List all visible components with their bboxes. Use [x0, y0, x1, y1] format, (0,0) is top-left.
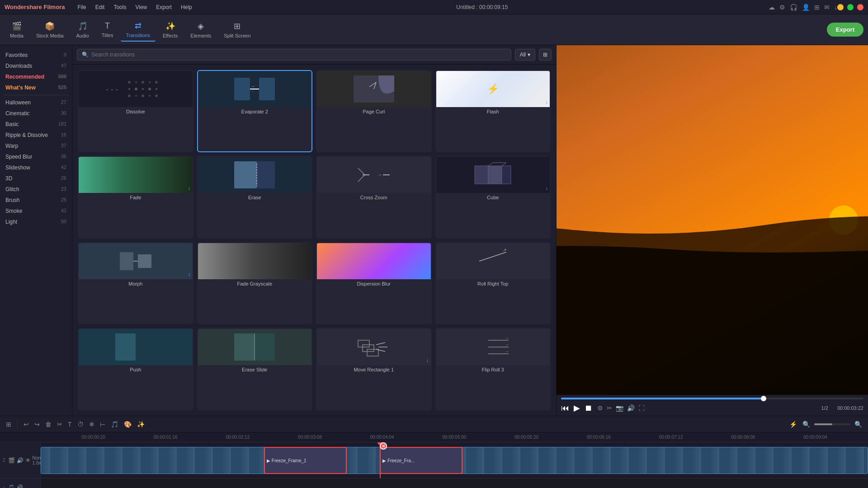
sidebar-item-favorites[interactable]: Favorites 0 [0, 50, 72, 61]
svg-text:→: → [505, 342, 509, 347]
zoom-out-button[interactable]: 🔍 [801, 419, 811, 429]
avatar-icon[interactable]: 👤 [802, 4, 810, 11]
transition-dissolve[interactable]: Dissolve [78, 70, 193, 152]
audio-mute-icon[interactable]: 🔊 [16, 484, 23, 488]
transition-push[interactable]: Push [78, 328, 193, 410]
speed-button[interactable]: ⚡ [788, 419, 798, 429]
sidebar-item-slideshow[interactable]: Slideshow 42 [0, 162, 72, 173]
toolbar-audio[interactable]: 🎵 Audio [71, 19, 94, 41]
menu-tools[interactable]: Tools [110, 3, 130, 12]
sidebar-item-ripple[interactable]: Ripple & Dissolve 16 [0, 130, 72, 141]
menu-edit[interactable]: Edit [92, 3, 108, 12]
timer-button[interactable]: ⏱ [76, 419, 85, 429]
color-button[interactable]: 🎨 [123, 419, 133, 429]
transition-morph[interactable]: ↓ Morph [78, 242, 193, 324]
sidebar-item-speedblur[interactable]: Speed Blur 36 [0, 151, 72, 162]
sidebar-item-brush[interactable]: Brush 25 [0, 195, 72, 206]
export-button[interactable]: Export [827, 23, 863, 37]
stop-button[interactable]: ⏹ [585, 404, 593, 413]
transition-erase-slide[interactable]: Erase Slide [197, 328, 313, 410]
minimize-button[interactable] [837, 4, 844, 10]
transition-fade[interactable]: ↓ Fade [78, 156, 193, 238]
svg-rect-44 [115, 333, 136, 361]
toolbar-media[interactable]: 🎬 Media [5, 19, 29, 41]
sidebar-item-basic[interactable]: Basic 181 [0, 119, 72, 130]
sidebar-item-halloween[interactable]: Halloween 27 [0, 97, 72, 108]
svg-text:←: ← [251, 89, 255, 93]
volume-icon[interactable]: 🔊 [627, 404, 635, 412]
transition-cube[interactable]: ↓ Cube [435, 156, 551, 238]
transition-evaporate2[interactable]: → ← Evaporate 2 [197, 70, 313, 152]
audio-track-area[interactable] [41, 479, 868, 488]
download-icon[interactable]: ↓ [834, 4, 837, 11]
search-box[interactable]: 🔍 [77, 49, 511, 61]
toolbar-split[interactable]: ⊞ Split Screen [218, 19, 256, 41]
sidebar-item-cinematic[interactable]: Cinematic 30 [0, 108, 72, 119]
delete-button[interactable]: 🗑 [44, 419, 53, 429]
sidebar-item-light[interactable]: Light 50 [0, 216, 72, 227]
prev-frame-button[interactable]: ⏮ [561, 404, 569, 413]
progress-bar[interactable] [561, 398, 863, 399]
toolbar-stock[interactable]: 📦 Stock Media [31, 19, 69, 41]
video-track-area[interactable]: ▶ Freeze_Frame_1 ▶ Freeze_Fra... ✕ [41, 442, 868, 478]
transition-cross-zoom[interactable]: → Cross Zoom [316, 156, 432, 238]
zoom-slider[interactable] [814, 423, 850, 425]
split-button[interactable]: ⊢ [99, 419, 107, 429]
filter-dropdown[interactable]: All ▾ [515, 49, 535, 61]
track-icon-eye[interactable]: 👁 [25, 457, 31, 464]
grid-view-button[interactable]: ⊞ [539, 49, 552, 61]
cut-button[interactable]: ✂ [56, 419, 64, 429]
cloud-icon[interactable]: ☁ [769, 4, 775, 11]
toolbar-elements[interactable]: ◈ Elements [185, 19, 217, 41]
settings-icon[interactable]: ⚙ [779, 4, 785, 11]
transition-dispersion-blur[interactable]: Dispersion Blur [316, 242, 432, 324]
sidebar-item-3d[interactable]: 3D 26 [0, 173, 72, 184]
play-pause-button[interactable]: ▶ [574, 403, 580, 413]
settings-icon[interactable]: ⚙ [597, 404, 603, 412]
sidebar-item-whatsnew[interactable]: What's New 525 [0, 82, 72, 93]
sidebar-item-warp[interactable]: Warp 37 [0, 141, 72, 151]
sidebar-item-recommended[interactable]: Recommended 500 [0, 71, 72, 82]
fullscreen-icon[interactable]: ⛶ [638, 404, 645, 412]
snapshot-icon[interactable]: 📷 [616, 404, 623, 412]
crop-icon[interactable]: ✂ [607, 404, 612, 412]
maximize-button[interactable] [847, 4, 854, 10]
mail-icon[interactable]: ✉ [824, 4, 830, 11]
transition-flip-roll-3[interactable]: → → → Flip Roll 3 [435, 328, 551, 410]
progress-handle[interactable] [761, 396, 766, 401]
freeze-button[interactable]: ❄ [88, 419, 96, 429]
sidebar-item-smoke[interactable]: Smoke 42 [0, 206, 72, 216]
toolbar-effects[interactable]: ✨ Effects [157, 19, 183, 41]
text-button[interactable]: T [66, 419, 73, 429]
zoom-in-button[interactable]: 🔍 [853, 419, 863, 429]
redo-button[interactable]: ↪ [33, 419, 41, 429]
sidebar-item-downloads[interactable]: Downloads 47 [0, 61, 72, 71]
add-track-button[interactable]: ⊞ [5, 419, 13, 429]
close-button[interactable] [857, 4, 863, 10]
undo-button[interactable]: ↩ [22, 419, 30, 429]
freeze-frame-clip-2[interactable]: ▶ Freeze_Fra... [380, 447, 462, 474]
search-input[interactable] [91, 52, 506, 58]
menu-export[interactable]: Export [152, 3, 175, 12]
sidebar-item-glitch[interactable]: Glitch 23 [0, 184, 72, 195]
transition-flash[interactable]: ⚡ ↓ Flash [435, 70, 551, 152]
menu-help[interactable]: Help [177, 3, 196, 12]
transition-fade-grayscale[interactable]: Fade Grayscale [197, 242, 313, 324]
transition-page-curl[interactable]: Page Curl [316, 70, 432, 152]
audio-track-icon[interactable]: 🎵 [8, 484, 14, 488]
audio-button[interactable]: 🎵 [109, 419, 120, 429]
effects2-button[interactable]: ✨ [136, 419, 146, 429]
transition-roll-right-top[interactable]: ↗ Roll Right Top [435, 242, 551, 324]
freeze-frame-clip-1[interactable]: ▶ Freeze_Frame_1 [264, 447, 347, 474]
transition-erase[interactable]: Erase [197, 156, 313, 238]
transition-move-rectangle-1[interactable]: ↓ Move Rectangle 1 [316, 328, 432, 410]
playhead[interactable]: ✕ [380, 442, 381, 478]
track-icon-audio[interactable]: 🔊 [17, 457, 24, 464]
menu-view[interactable]: View [132, 3, 151, 12]
headphone-icon[interactable]: 🎧 [790, 4, 797, 11]
track-icon-video[interactable]: 🎬 [8, 457, 15, 464]
menu-file[interactable]: File [74, 3, 90, 12]
toolbar-titles[interactable]: T Titles [96, 19, 119, 41]
toolbar-transitions[interactable]: ⇄ Transitions [121, 18, 156, 42]
layout-icon[interactable]: ⊞ [814, 4, 820, 11]
